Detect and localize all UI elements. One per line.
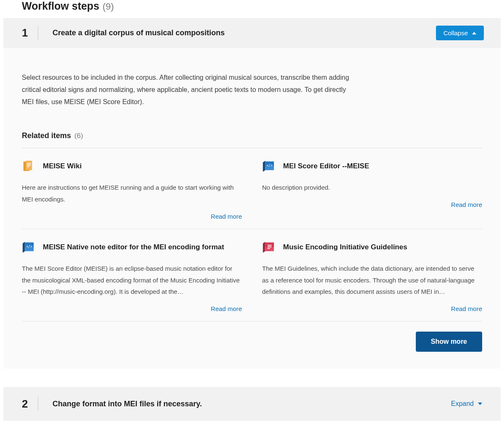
expand-label: Expand	[451, 400, 474, 408]
read-more-link[interactable]: Read more	[451, 305, 482, 312]
svg-rect-4	[27, 166, 29, 167]
read-more-wrap: Read more	[262, 201, 482, 209]
svg-text:</>: </>	[266, 163, 273, 167]
collapse-label: Collapse	[444, 29, 468, 37]
code-box-icon: </>	[22, 241, 34, 254]
read-more-link[interactable]: Read more	[211, 305, 242, 312]
row-divider	[22, 321, 482, 322]
collapse-button[interactable]: Collapse	[436, 26, 484, 40]
step-1-block: 1 Create a digital corpus of musical com…	[3, 18, 501, 48]
svg-rect-17	[268, 246, 271, 247]
page-title: Workflow steps (9)	[0, 0, 504, 18]
list-item: MEISE Wiki Here are instructions to get …	[22, 148, 242, 229]
item-description: The MEI Score Editor (MEISE) is an eclip…	[22, 263, 242, 298]
chevron-down-icon	[478, 403, 482, 405]
read-more-link[interactable]: Read more	[211, 213, 242, 220]
spec-box-icon	[262, 241, 275, 254]
step-1-header: 1 Create a digital corpus of musical com…	[3, 18, 501, 48]
step-2-block: 2 Change format into MEI files if necess…	[3, 387, 501, 421]
item-head: Music Encoding Initiative Guidelines	[262, 241, 482, 254]
svg-text:</>: </>	[26, 244, 32, 248]
step-1-body: Select resources to be included in the c…	[3, 48, 501, 369]
list-item: </> MEI Score Editor --MEISE No descript…	[262, 148, 482, 229]
svg-rect-16	[268, 245, 271, 246]
svg-marker-13	[263, 242, 265, 253]
page-title-text: Workflow steps	[22, 0, 99, 12]
document-icon	[22, 160, 34, 173]
item-title: MEISE Wiki	[43, 162, 81, 170]
item-title: MEISE Native note editor for the MEI enc…	[43, 243, 224, 251]
item-head: </> MEI Score Editor --MEISE	[262, 160, 482, 173]
step-1-description: Select resources to be included in the c…	[22, 71, 358, 108]
list-item: Music Encoding Initiative Guidelines The…	[262, 229, 482, 321]
show-more-wrap: Show more	[22, 322, 482, 352]
show-more-button[interactable]: Show more	[416, 332, 482, 352]
read-more-wrap: Read more	[262, 305, 482, 313]
svg-rect-3	[27, 165, 31, 166]
svg-rect-18	[268, 248, 270, 249]
related-items-title: Related items	[22, 131, 71, 140]
related-items-header: Related items (6)	[22, 131, 482, 148]
page-title-count: (9)	[102, 1, 114, 12]
code-box-icon: </>	[262, 160, 275, 173]
svg-rect-2	[27, 163, 31, 164]
expand-button[interactable]: Expand	[449, 396, 484, 411]
step-2-number: 2	[22, 397, 38, 411]
item-description: Here are instructions to get MEISE runni…	[22, 182, 242, 205]
svg-marker-5	[263, 161, 265, 172]
list-item: </> MEISE Native note editor for the MEI…	[22, 229, 242, 321]
step-divider	[38, 26, 38, 40]
related-items-grid: MEISE Wiki Here are instructions to get …	[22, 148, 482, 322]
read-more-link[interactable]: Read more	[451, 201, 482, 208]
step-1-number: 1	[22, 26, 38, 39]
step-2-header: 2 Change format into MEI files if necess…	[3, 387, 501, 421]
step-divider	[38, 397, 38, 411]
chevron-up-icon	[472, 32, 476, 34]
item-head: MEISE Wiki	[22, 160, 242, 173]
item-description: No description provided.	[262, 182, 482, 194]
item-title: Music Encoding Initiative Guidelines	[283, 243, 407, 251]
related-items-count: (6)	[74, 132, 83, 140]
step-2-title: Change format into MEI files if necessar…	[52, 400, 449, 408]
svg-marker-9	[23, 242, 25, 253]
read-more-wrap: Read more	[22, 213, 242, 220]
item-title: MEI Score Editor --MEISE	[283, 162, 369, 170]
item-description: The MEI Guidelines, which include the da…	[262, 263, 482, 298]
item-head: </> MEISE Native note editor for the MEI…	[22, 241, 242, 254]
step-1-title: Create a digital corpus of musical compo…	[52, 29, 436, 37]
read-more-wrap: Read more	[22, 305, 242, 313]
